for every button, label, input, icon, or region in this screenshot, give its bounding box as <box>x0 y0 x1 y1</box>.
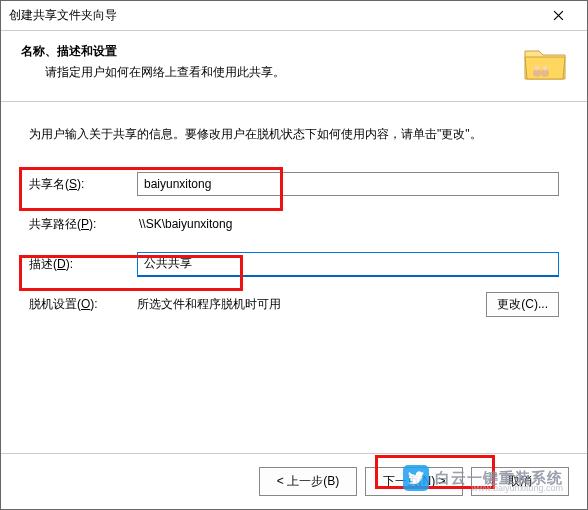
svg-point-2 <box>535 66 540 71</box>
next-button[interactable]: 下一页(N) > <box>365 467 463 496</box>
wizard-window: 创建共享文件夹向导 名称、描述和设置 请指定用户如何在网络上查看和使用此共享。 … <box>0 0 588 510</box>
cancel-button[interactable]: 取消 <box>471 467 569 496</box>
instruction-text: 为用户输入关于共享的信息。要修改用户在脱机状态下如何使用内容，请单击"更改"。 <box>29 126 559 143</box>
wizard-footer: < 上一步(B) 下一页(N) > 取消 <box>1 453 587 509</box>
share-path-label: 共享路径(P): <box>29 216 137 233</box>
share-name-input[interactable] <box>137 172 559 196</box>
description-label: 描述(D): <box>29 256 137 273</box>
header-title: 名称、描述和设置 <box>21 43 523 60</box>
offline-label: 脱机设置(O): <box>29 296 137 313</box>
share-path-value: \\SK\baiyunxitong <box>137 213 559 235</box>
description-input[interactable] <box>137 252 559 277</box>
wizard-body: 为用户输入关于共享的信息。要修改用户在脱机状态下如何使用内容，请单击"更改"。 … <box>1 102 587 341</box>
shared-folder-icon <box>523 43 567 83</box>
header-subtitle: 请指定用户如何在网络上查看和使用此共享。 <box>21 64 523 81</box>
share-name-label: 共享名(S): <box>29 176 137 193</box>
svg-point-3 <box>543 66 548 71</box>
window-title: 创建共享文件夹向导 <box>9 7 537 24</box>
titlebar: 创建共享文件夹向导 <box>1 1 587 31</box>
row-description: 描述(D): <box>29 251 559 277</box>
offline-value: 所选文件和程序脱机时可用 <box>137 296 478 313</box>
row-share-name: 共享名(S): <box>29 171 559 197</box>
wizard-header: 名称、描述和设置 请指定用户如何在网络上查看和使用此共享。 <box>1 31 587 102</box>
change-button[interactable]: 更改(C)... <box>486 292 559 317</box>
back-button[interactable]: < 上一步(B) <box>259 467 357 496</box>
row-offline: 脱机设置(O): 所选文件和程序脱机时可用 更改(C)... <box>29 291 559 317</box>
row-share-path: 共享路径(P): \\SK\baiyunxitong <box>29 211 559 237</box>
close-button[interactable] <box>537 2 579 30</box>
close-icon <box>553 10 564 21</box>
